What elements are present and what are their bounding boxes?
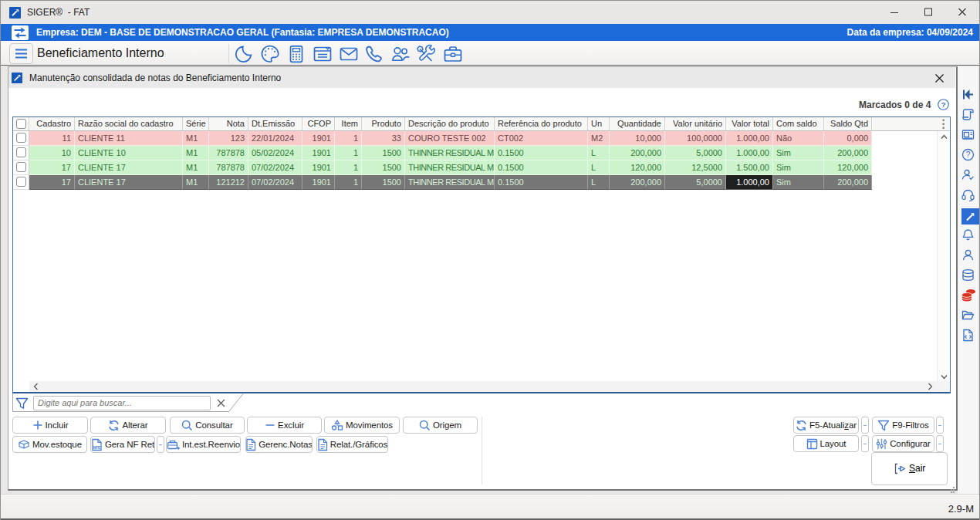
svg-text:?: ?	[966, 150, 971, 159]
svg-text:NFE: NFE	[93, 444, 101, 449]
svg-text:?: ?	[941, 101, 946, 109]
